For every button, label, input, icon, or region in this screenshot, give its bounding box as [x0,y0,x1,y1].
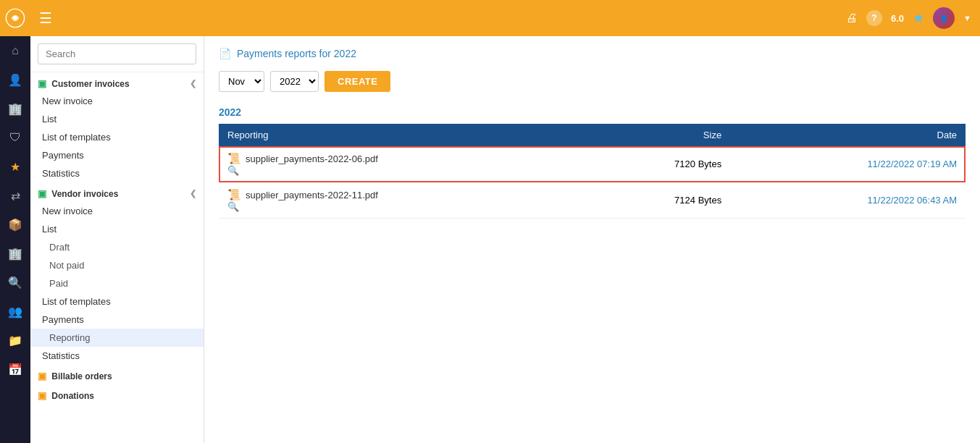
year-select[interactable]: 2020202120222023 [270,71,319,92]
coins-icon[interactable]: ★ [0,152,30,181]
date-cell[interactable]: 11/22/2022 07:19 AM [730,146,966,182]
date-link[interactable]: 11/22/2022 06:43 AM [867,195,957,206]
user-icon[interactable]: 👤 [0,65,30,94]
file-link[interactable]: 📜supplier_payments-2022-11.pdf [227,188,579,201]
help-icon[interactable]: ? [866,10,882,26]
search-bar [30,36,204,72]
sidebar-item-customer-payments[interactable]: Payments [30,146,204,164]
search-input[interactable] [38,43,196,64]
report-table: Reporting Size Date 📜supplier_payments-2… [219,124,966,219]
star-icon[interactable]: ★ [913,10,924,26]
customer-invoices-items: New invoice List List of templates Payme… [30,92,204,182]
folder-icon[interactable]: 📁 [0,326,30,355]
customer-invoices-collapse-icon[interactable]: ❮ [190,79,196,88]
sidebar-item-vendor-statistics[interactable]: Statistics [30,347,204,365]
sidebar-section-billable-orders[interactable]: ▣ Billable orders [30,365,204,384]
transfer-icon[interactable]: ⇄ [0,181,30,210]
file-search-icon[interactable]: 🔍 [227,201,239,212]
breadcrumb-icon: 📄 [219,48,231,59]
filename[interactable]: supplier_payments-2022-06.pdf [246,153,378,164]
vendor-invoices-label: Vendor invoices [51,189,118,199]
sidebar-item-vendor-reporting[interactable]: Reporting [30,329,204,347]
size-cell: 7120 Bytes [588,146,730,182]
date-cell[interactable]: 11/22/2022 06:43 AM [730,182,966,219]
year-section-label: 2022 [219,106,966,118]
controls-row: JanFebMarApr MayJunJulAug SepOctNovDec 2… [219,71,966,92]
col-reporting: Reporting [219,124,588,146]
print-icon[interactable]: 🖨 [846,12,858,25]
table-row[interactable]: 📜supplier_payments-2022-06.pdf🔍7120 Byte… [219,146,966,182]
sidebar-item-vendor-draft[interactable]: Draft [30,238,204,256]
sidebar-item-vendor-new-invoice[interactable]: New invoice [30,202,204,220]
donations-icon: ▣ [38,390,46,401]
table-header-row: Reporting Size Date [219,124,966,146]
sidebar-item-customer-new-invoice[interactable]: New invoice [30,92,204,110]
filename[interactable]: supplier_payments-2022-11.pdf [246,190,378,201]
vendor-invoices-icon: ▣ [38,188,46,199]
main-content: 📄 Payments reports for 2022 JanFebMarApr… [204,36,980,443]
hamburger-button[interactable]: ☰ [39,9,52,27]
search-rail-icon[interactable]: 🔍 [0,268,30,297]
sidebar: ▣ Customer invoices ❮ New invoice List L… [30,36,204,443]
home-icon[interactable]: ⌂ [0,36,30,65]
customer-invoices-label: Customer invoices [51,79,129,89]
topbar-icons: 🖨 ? 6.0 ★ 👤 ▼ [846,7,971,29]
file-cell: 📜supplier_payments-2022-06.pdf🔍 [219,146,588,182]
building-icon[interactable]: 🏢 [0,94,30,123]
vendor-invoices-items: New invoice List Draft Not paid Paid Lis… [30,202,204,365]
file-search-icon[interactable]: 🔍 [227,165,239,176]
customer-invoices-icon: ▣ [38,78,46,89]
date-link[interactable]: 11/22/2022 07:19 AM [867,159,957,169]
svg-point-1 [13,16,17,20]
breadcrumb: 📄 Payments reports for 2022 [219,48,966,59]
sidebar-item-customer-list-templates[interactable]: List of templates [30,128,204,146]
pdf-icon: 📜 [227,188,241,201]
calendar-icon[interactable]: 📅 [0,355,30,384]
sidebar-item-vendor-paid[interactable]: Paid [30,274,204,292]
vendor-invoices-collapse-icon[interactable]: ❮ [190,189,196,198]
donations-label: Donations [51,391,94,401]
user-menu-chevron[interactable]: ▼ [963,14,971,22]
shield-icon[interactable]: 🛡 [0,123,30,152]
file-link[interactable]: 📜supplier_payments-2022-06.pdf [227,152,579,165]
col-date: Date [730,124,966,146]
sidebar-item-vendor-list[interactable]: List [30,220,204,238]
col-size: Size [588,124,730,146]
sidebar-item-vendor-list-templates[interactable]: List of templates [30,292,204,311]
size-cell: 7124 Bytes [588,182,730,219]
sidebar-section-vendor-invoices[interactable]: ▣ Vendor invoices ❮ [30,182,204,202]
billable-orders-icon: ▣ [38,371,46,381]
box-icon[interactable]: 📦 [0,210,30,239]
sidebar-item-customer-list[interactable]: List [30,110,204,128]
billable-orders-label: Billable orders [51,371,112,381]
table-row[interactable]: 📜supplier_payments-2022-11.pdf🔍7124 Byte… [219,182,966,219]
file-cell: 📜supplier_payments-2022-11.pdf🔍 [219,182,588,219]
contact-icon[interactable]: 👥 [0,297,30,326]
app-logo[interactable] [0,0,30,36]
sidebar-section-donations[interactable]: ▣ Donations [30,384,204,404]
icon-rail: ⌂ 👤 🏢 🛡 ★ ⇄ 📦 🏢 🔍 👥 📁 📅 [0,0,30,443]
avatar[interactable]: 👤 [933,7,955,29]
create-button[interactable]: CREATE [324,71,390,92]
topbar: ☰ 🖨 ? 6.0 ★ 👤 ▼ [30,0,980,36]
version-label: 6.0 [891,13,904,24]
breadcrumb-text[interactable]: Payments reports for 2022 [237,48,356,59]
sidebar-item-vendor-not-paid[interactable]: Not paid [30,256,204,274]
month-select[interactable]: JanFebMarApr MayJunJulAug SepOctNovDec [219,71,264,92]
sidebar-item-vendor-payments[interactable]: Payments [30,311,204,329]
sidebar-section-customer-invoices[interactable]: ▣ Customer invoices ❮ [30,72,204,92]
pdf-icon: 📜 [227,152,241,165]
bank-icon[interactable]: 🏢 [0,239,30,268]
sidebar-item-customer-statistics[interactable]: Statistics [30,164,204,182]
